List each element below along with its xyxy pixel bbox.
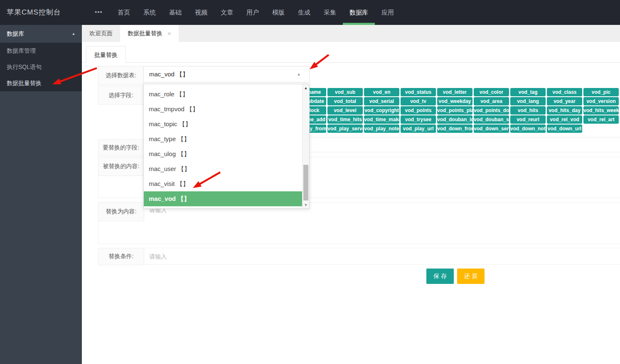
restore-button[interactable]: 还 原 — [457, 269, 485, 284]
field-tag-vod_hits_week[interactable]: vod_hits_week — [583, 106, 619, 115]
field-tag-vod_serial[interactable]: vod_serial — [364, 97, 399, 105]
page: 苹果CMS控制台 ••• 首页系统基础视频文章用户模版生成采集数据库应用 数据库… — [0, 0, 620, 364]
field-tag-vod_lang[interactable]: vod_lang — [510, 97, 546, 105]
sidebar-item-执行SQL语句[interactable]: 执行SQL语句 — [0, 59, 82, 75]
dropdown-option-mac_role[interactable]: mac_role 【】 — [144, 87, 302, 102]
dropdown-option-mac_visit[interactable]: mac_visit 【】 — [144, 176, 302, 191]
scroll-down-icon[interactable]: ▼ — [303, 203, 309, 207]
dropdown-option-mac_vod[interactable]: mac_vod 【】 — [144, 191, 302, 206]
field-tag-vod_pic[interactable]: vod_pic — [583, 88, 619, 96]
top-navbar: 苹果CMS控制台 ••• 首页系统基础视频文章用户模版生成采集数据库应用 — [0, 0, 620, 25]
top-menu-item-采集[interactable]: 采集 — [317, 0, 343, 25]
collapse-caret-icon: ▲ — [72, 25, 75, 43]
field-tag-vod_down_from[interactable]: vod_down_from — [437, 125, 472, 133]
top-menu: 首页系统基础视频文章用户模版生成采集数据库应用 — [111, 0, 401, 25]
field-tag-vod_area[interactable]: vod_area — [474, 97, 509, 105]
top-menu-item-首页[interactable]: 首页 — [111, 0, 137, 25]
dropdown-option-mac_topic[interactable]: mac_topic 【】 — [144, 117, 302, 132]
field-tag-vod_weekday[interactable]: vod_weekday — [437, 97, 472, 105]
field-tag-vod_rel_art[interactable]: vod_rel_art — [583, 115, 619, 124]
field-tag-vod_down_url[interactable]: vod_down_url — [547, 125, 582, 133]
field-tag-vod_status[interactable]: vod_status — [401, 88, 436, 96]
dropdown-scrollbar[interactable]: ▲ ▼ — [302, 84, 309, 208]
panel-tab-divider — [82, 62, 620, 63]
dropdown-option-mac_ulog[interactable]: mac_ulog 【】 — [144, 147, 302, 161]
top-menu-item-用户[interactable]: 用户 — [240, 0, 266, 25]
field-tag-vod_copyright[interactable]: vod_copyright — [364, 106, 399, 115]
scrollbar-thumb[interactable] — [303, 165, 308, 200]
sidebar-item-数据库管理[interactable]: 数据库管理 — [0, 43, 82, 59]
field-tag-vod_color[interactable]: vod_color — [474, 88, 509, 96]
top-menu-item-文章[interactable]: 文章 — [214, 0, 240, 25]
field-tag-label: vod_douban_score — [474, 115, 509, 124]
sidebar-group-database[interactable]: 数据库 ▲ — [0, 25, 82, 43]
field-tag-vod_letter[interactable]: vod_letter — [437, 88, 472, 96]
field-tag-label: vod_down_server — [474, 125, 509, 133]
field-tag-vod_trysee[interactable]: vod_trysee — [401, 115, 436, 124]
field-tag-label: vod_serial — [369, 97, 394, 105]
close-icon[interactable]: × — [167, 30, 171, 37]
field-tag-label: vod_points_down — [474, 106, 509, 115]
field-tag-vod_douban_score[interactable]: vod_douban_score — [474, 115, 509, 124]
field-tag-vod_class[interactable]: vod_class — [547, 88, 582, 96]
field-tag-label: vod_down_url — [548, 125, 581, 133]
field-tag-vod_down_server[interactable]: vod_down_server — [474, 125, 509, 133]
dropdown-option-mac_user[interactable]: mac_user 【】 — [144, 161, 302, 176]
field-tag-label: vod_play_server — [327, 125, 363, 133]
field-tag-vod_total[interactable]: vod_total — [327, 97, 363, 105]
field-tag-label: vod_hits_week — [583, 106, 619, 115]
tab-欢迎页面[interactable]: 欢迎页面 — [82, 25, 120, 42]
field-tag-vod_en[interactable]: vod_en — [364, 88, 399, 96]
dropdown-option-mac_tmpvod[interactable]: mac_tmpvod 【】 — [144, 102, 302, 117]
field-tag-vod_tag[interactable]: vod_tag — [510, 88, 546, 96]
field-tag-label: vod_total — [334, 97, 356, 105]
top-menu-item-视频[interactable]: 视频 — [188, 0, 214, 25]
app-title: 苹果CMS控制台 — [7, 0, 61, 25]
top-menu-item-模版[interactable]: 模版 — [266, 0, 291, 25]
field-tag-vod_douban_id[interactable]: vod_douban_id — [437, 115, 472, 124]
tab-数据批量替换[interactable]: 数据批量替换× — [120, 25, 179, 42]
top-menu-item-数据库[interactable]: 数据库 — [343, 0, 375, 25]
save-button[interactable]: 保 存 — [426, 269, 454, 284]
sidebar-item-数据批量替换[interactable]: 数据批量替换 — [0, 75, 82, 91]
sidebar-submenu: 数据库管理执行SQL语句数据批量替换 — [0, 43, 82, 91]
field-tag-label: vod_class — [552, 88, 576, 96]
top-menu-item-生成[interactable]: 生成 — [291, 0, 317, 25]
field-tag-vod_play_server[interactable]: vod_play_server — [327, 125, 363, 133]
field-tag-vod_play_note[interactable]: vod_play_note — [364, 125, 399, 133]
field-tag-label: vod_rel_art — [588, 115, 615, 124]
top-menu-item-应用[interactable]: 应用 — [375, 0, 401, 25]
field-tag-label: vod_tv — [410, 97, 426, 105]
field-tag-label: vod_time_make — [364, 115, 399, 124]
field-tag-vod_version[interactable]: vod_version — [583, 97, 619, 105]
field-tag-vod_points[interactable]: vod_points — [401, 106, 436, 115]
field-tag-vod_time_hits[interactable]: vod_time_hits — [327, 115, 363, 124]
field-tag-vod_level[interactable]: vod_level — [327, 106, 363, 115]
field-tag-vod_tv[interactable]: vod_tv — [401, 97, 436, 105]
field-tag-vod_year[interactable]: vod_year — [547, 97, 582, 105]
field-tag-vod_down_note[interactable]: vod_down_note — [510, 125, 546, 133]
dropdown-option-mac_type[interactable]: mac_type 【】 — [144, 132, 302, 147]
field-tag-vod_play_url[interactable]: vod_play_url — [401, 125, 436, 133]
table-select[interactable]: mac_vod 【】 ▲ — [143, 66, 310, 83]
field-tag-vod_rel_vod[interactable]: vod_rel_vod — [547, 115, 582, 124]
top-menu-item-基础[interactable]: 基础 — [162, 0, 188, 25]
field-tag-label: vod_tag — [518, 88, 537, 96]
top-menu-item-系统[interactable]: 系统 — [137, 0, 162, 25]
field-tag-vod_points_down[interactable]: vod_points_down — [474, 106, 509, 115]
scroll-up-icon[interactable]: ▲ — [303, 86, 309, 90]
field-tag-label: vod_play_url — [403, 125, 433, 133]
sidebar-collapse-icon[interactable]: ••• — [95, 0, 103, 25]
field-tag-vod_points_play[interactable]: vod_points_play — [437, 106, 472, 115]
field-tag-vod_time_make[interactable]: vod_time_make — [364, 115, 399, 124]
field-tag-vod_hits_day[interactable]: vod_hits_day — [547, 106, 582, 115]
field-tag-vod_sub[interactable]: vod_sub — [327, 88, 363, 96]
field-tag-vod_hits[interactable]: vod_hits — [510, 106, 546, 115]
condition-input[interactable] — [144, 248, 620, 264]
field-tag-label: vod_trysee — [405, 115, 431, 124]
condition-label: 替换条件: — [98, 248, 144, 265]
field-tag-vod_reurl[interactable]: vod_reurl — [510, 115, 546, 124]
tab-label: 欢迎页面 — [89, 25, 113, 42]
tab-batch-replace[interactable]: 批量替换 — [86, 46, 126, 63]
field-tag-label: vod_area — [480, 97, 502, 105]
